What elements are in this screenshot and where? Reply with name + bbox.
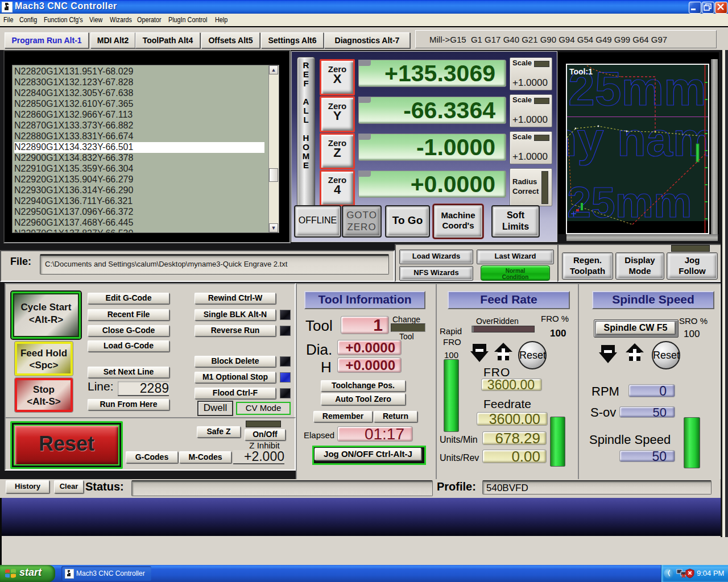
- svg-text:Tool:1: Tool:1: [569, 67, 593, 76]
- svg-text:my name: my name: [567, 113, 708, 166]
